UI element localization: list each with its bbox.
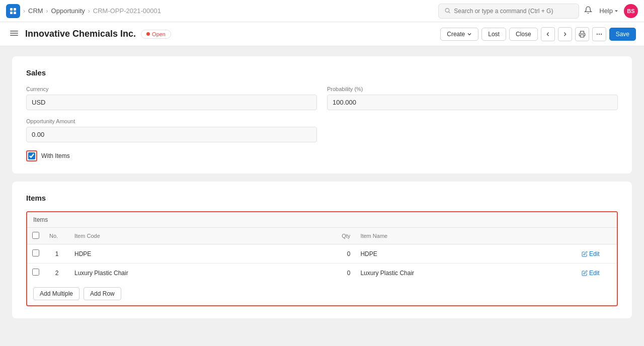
topbar: › CRM › Opportunity › CRM-OPP-2021-00001… (0, 0, 644, 22)
sep-1: › (23, 8, 25, 15)
header-checkbox[interactable] (32, 232, 39, 239)
create-chevron-icon (467, 32, 472, 37)
actionbar-right: Create Lost Close Save (440, 27, 636, 41)
table-actions: Add Multiple Add Row (27, 282, 617, 305)
probability-group: Probability (%) (327, 86, 618, 110)
row-qty: 0 (291, 264, 356, 283)
sep-3: › (88, 8, 90, 15)
header-qty: Qty (291, 228, 356, 244)
row-item-name: Luxury Plastic Chair (355, 264, 577, 283)
next-arrow[interactable] (558, 27, 572, 41)
notification-button[interactable] (582, 4, 594, 18)
page-title: Innovative Chemicals Inc. (25, 29, 136, 39)
header-item-code: Item Code (69, 228, 291, 244)
status-label: Open (152, 31, 166, 37)
table-row: 1 HDPE 0 HDPE Edit (27, 244, 617, 264)
amount-label: Opportunity Amount (26, 118, 317, 124)
chevron-left-icon (545, 31, 551, 37)
svg-rect-0 (10, 8, 13, 11)
help-label: Help (599, 7, 613, 15)
breadcrumb-opportunity[interactable]: Opportunity (51, 7, 85, 15)
edit-icon (582, 270, 588, 276)
empty-group (327, 118, 618, 142)
print-button[interactable] (575, 27, 589, 41)
row-edit-cell: Edit (577, 264, 617, 283)
edit-link[interactable]: Edit (582, 250, 612, 257)
bell-icon (584, 6, 592, 14)
app-icon[interactable] (6, 4, 20, 18)
items-table-wrapper: Items No. Item Code Qty Item Name (26, 211, 618, 306)
breadcrumb-crm[interactable]: CRM (28, 7, 43, 15)
row-checkbox-cell (27, 264, 44, 283)
close-label: Close (516, 31, 531, 38)
header-edit-col (577, 228, 617, 244)
help-button[interactable]: Help (599, 7, 619, 15)
svg-rect-1 (14, 8, 16, 11)
row-edit-cell: Edit (577, 244, 617, 264)
edit-icon (582, 251, 588, 257)
svg-point-11 (598, 33, 599, 34)
print-icon (579, 31, 586, 38)
svg-point-4 (445, 9, 449, 13)
row-item-name: HDPE (355, 244, 577, 264)
sep-2: › (46, 8, 48, 15)
close-button[interactable]: Close (509, 28, 538, 41)
header-no: No. (44, 228, 69, 244)
row-checkbox[interactable] (32, 249, 39, 256)
amount-group: Opportunity Amount (26, 118, 317, 142)
svg-rect-7 (10, 33, 18, 34)
add-multiple-button[interactable]: Add Multiple (33, 287, 79, 300)
dots-icon (596, 31, 603, 38)
table-row: 2 Luxury Plastic Chair 0 Luxury Plastic … (27, 264, 617, 283)
sales-title: Sales (26, 68, 618, 77)
lost-label: Lost (488, 31, 500, 38)
status-dot (146, 32, 150, 36)
svg-rect-8 (10, 35, 18, 36)
avatar: BS (624, 4, 638, 18)
svg-point-10 (596, 33, 597, 34)
search-icon (445, 8, 451, 14)
prev-arrow[interactable] (541, 27, 555, 41)
add-row-button[interactable]: Add Row (84, 287, 121, 300)
currency-group: Currency (26, 86, 317, 110)
header-checkbox-col (27, 228, 44, 244)
currency-input[interactable] (26, 95, 317, 110)
items-table: No. Item Code Qty Item Name 1 HDPE 0 HDP… (27, 228, 617, 282)
save-button[interactable]: Save (609, 28, 636, 41)
svg-rect-3 (14, 12, 16, 14)
lost-button[interactable]: Lost (481, 28, 506, 41)
save-label: Save (616, 31, 629, 38)
table-header-row: No. Item Code Qty Item Name (27, 228, 617, 244)
hamburger-icon[interactable] (8, 27, 20, 41)
edit-link[interactable]: Edit (582, 270, 612, 277)
items-table-header: Items (27, 212, 617, 228)
svg-rect-9 (580, 35, 584, 37)
breadcrumb-current: CRM-OPP-2021-00001 (93, 7, 161, 15)
svg-rect-2 (10, 12, 13, 14)
topbar-right: Help BS (582, 4, 638, 18)
with-items-row: With Items (26, 150, 618, 161)
create-button[interactable]: Create (440, 28, 478, 41)
row-no: 2 (44, 264, 69, 283)
currency-probability-row: Currency Probability (%) (26, 86, 618, 110)
status-badge: Open (141, 30, 171, 39)
actionbar: Innovative Chemicals Inc. Open Create Lo… (0, 22, 644, 46)
sales-card: Sales Currency Probability (%) Opportuni… (12, 56, 632, 174)
items-card: Items Items No. Item Code Qty Item Name (12, 182, 632, 318)
search-input[interactable] (454, 8, 573, 15)
more-options-button[interactable] (592, 27, 606, 41)
topbar-left: › CRM › Opportunity › CRM-OPP-2021-00001 (6, 4, 435, 18)
items-title: Items (26, 194, 618, 202)
with-items-checkbox[interactable] (28, 152, 35, 159)
actionbar-left: Innovative Chemicals Inc. Open (8, 27, 436, 41)
probability-input[interactable] (327, 95, 618, 110)
row-item-code: Luxury Plastic Chair (69, 264, 291, 283)
row-checkbox[interactable] (32, 269, 39, 276)
row-no: 1 (44, 244, 69, 264)
search-bar[interactable] (438, 4, 579, 19)
main-content: Sales Currency Probability (%) Opportuni… (0, 46, 644, 346)
with-items-label: With Items (41, 152, 70, 159)
with-items-checkbox-wrapper (26, 150, 37, 161)
amount-input[interactable] (26, 127, 317, 142)
row-checkbox-cell (27, 244, 44, 264)
